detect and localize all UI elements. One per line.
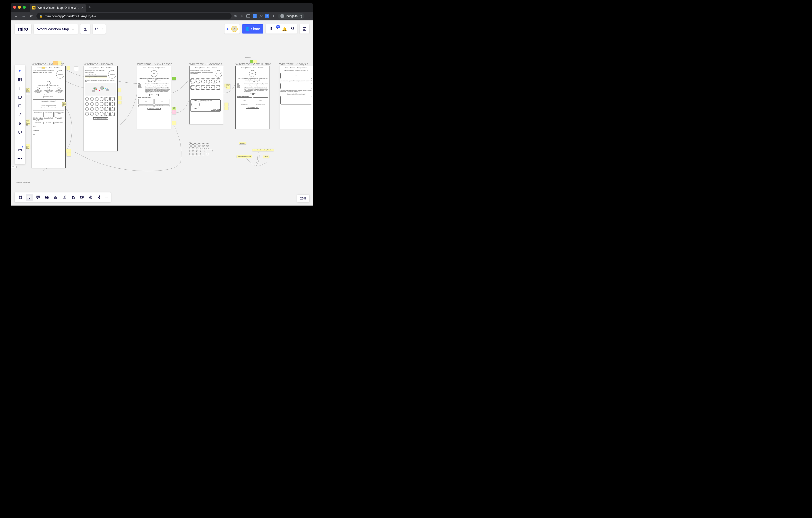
sticky-note[interactable] — [172, 77, 176, 80]
wireframe-view-illustration[interactable]: Home | Discover | About | Contribute [ic… — [235, 66, 269, 129]
sticky-note[interactable]: Adding the demo of Singapore, Singapore … — [26, 119, 30, 125]
lock-icon: 🔒 — [39, 15, 43, 18]
sticky-note[interactable] — [66, 66, 70, 70]
lesson-of-day-frame[interactable]: of the Day — [11, 166, 17, 168]
browser-address-bar: ← → ⟳ 🔒 miro.com/app/board/o9J_kmyUryA=/… — [11, 12, 313, 21]
s-extension-icon[interactable]: S — [265, 14, 269, 18]
frame-title: Wireframe - View Lesson — [137, 62, 172, 66]
sticky-note[interactable] — [225, 107, 228, 110]
puzzle-icon[interactable]: ✦ — [272, 14, 275, 18]
sticky-note[interactable] — [66, 149, 71, 152]
frame-title: Wireframe - View Illustrati… — [235, 62, 274, 66]
world-map — [85, 83, 116, 96]
frame-title: Wireframe - Extensions — [189, 62, 222, 66]
incognito-indicator[interactable]: Incognito (2) — [278, 13, 304, 19]
mindmap-node[interactable]: Individual Wisdom page — [237, 155, 252, 158]
sticky-note[interactable]: This is to allow someone to feel like it… — [26, 88, 30, 92]
wireframe-homepage[interactable]: Home | Discover | About | Contribute If … — [32, 66, 66, 168]
sticky-note[interactable] — [118, 96, 121, 99]
extension-icons: 👁 ☆ ʃ? S ✦ Incognito (2) ⋮ — [234, 13, 311, 19]
inspiration-label: Inspiration: What we like — [17, 181, 30, 183]
sticky-note[interactable] — [172, 121, 176, 125]
reload-button[interactable]: ⟳ — [29, 14, 34, 18]
incognito-icon — [280, 14, 284, 18]
close-tab-icon[interactable]: ✕ — [81, 6, 84, 9]
mindmap-node[interactable]: Discover — [239, 142, 246, 144]
sticky-note[interactable]: Love Notes — [172, 110, 176, 114]
mindmap-node[interactable]: Media — [263, 155, 269, 158]
about-page-label: About Page — [245, 57, 251, 58]
sticky-note[interactable]: Impact of stories on them to their websi… — [26, 144, 30, 149]
canvas[interactable]: Wireframe - Homepage Home | Discover | A… — [11, 21, 313, 206]
sticky-note[interactable]: Can we add an ext illustration of the pe… — [62, 102, 66, 106]
frame-title: Wireframe - Discover — [84, 62, 113, 66]
eye-off-icon[interactable]: 👁 — [234, 14, 237, 18]
browser-tab-strip: m World Wisdom Map, Online W… ✕ + — [11, 3, 313, 12]
wireframe-extensions[interactable]: Home | Discover | About | Contribute Exp… — [189, 66, 223, 124]
category-grid[interactable]: Home — [189, 142, 212, 156]
back-button[interactable]: ← — [13, 14, 19, 18]
forward-button[interactable]: → — [21, 14, 26, 18]
script-icon[interactable]: ʃ? — [260, 14, 263, 18]
mindmap-node[interactable]: Extensions (Illustrations, Activities) — [253, 149, 273, 151]
frame-title: Wireframe - Analysis — [279, 62, 308, 66]
tab-title: World Wisdom Map, Online W… — [37, 6, 79, 9]
incognito-label: Incognito (2) — [286, 15, 302, 18]
empty-box[interactable] — [74, 66, 78, 71]
sticky-note[interactable]: Maps and so — [53, 61, 58, 65]
wireframe-discover[interactable]: Home | Discover | About | Contribute How… — [84, 66, 118, 151]
url-text: miro.com/app/board/o9J_kmyUryA=/ — [45, 15, 96, 18]
new-tab-button[interactable]: + — [88, 5, 91, 9]
miro-favicon: m — [32, 6, 35, 9]
sticky-highlight[interactable] — [42, 66, 45, 68]
extension-badge-icon[interactable] — [253, 15, 257, 18]
url-input[interactable]: 🔒 miro.com/app/board/o9J_kmyUryA=/ — [36, 12, 232, 20]
wireframe-view-lesson[interactable]: Home | Discover | About | Contribute [ic… — [137, 66, 171, 129]
sticky-note[interactable] — [58, 61, 61, 65]
sticky-note[interactable] — [225, 103, 228, 106]
miro-canvas-viewport[interactable]: miro World Wisdom Map ☆ ↶ ↷ ➤ A 🌐 Share — [11, 21, 313, 206]
browser-menu-icon[interactable]: ⋮ — [307, 14, 311, 18]
wireframe-analysis[interactable]: Home | Discover | About | Contribute Who… — [279, 66, 313, 129]
sticky-note[interactable]: Same format — [172, 107, 176, 110]
sticky-note[interactable] — [250, 60, 253, 63]
pocket-icon[interactable] — [246, 15, 250, 18]
wf-nav: Home | Discover | About | Contribute — [32, 66, 65, 69]
sticky-note[interactable]: Button the user to share to heart via th… — [226, 84, 230, 89]
sticky-note[interactable] — [66, 153, 71, 156]
sticky-note[interactable] — [118, 88, 121, 92]
maximize-window-button[interactable] — [23, 6, 26, 9]
window-controls — [13, 6, 26, 9]
close-window-button[interactable] — [13, 6, 16, 9]
sticky-note[interactable] — [118, 100, 121, 104]
minimize-window-button[interactable] — [18, 6, 21, 9]
browser-tab[interactable]: m World Wisdom Map, Online W… ✕ — [30, 4, 86, 12]
sticky-note[interactable] — [253, 60, 257, 63]
star-icon[interactable]: ☆ — [240, 14, 243, 18]
